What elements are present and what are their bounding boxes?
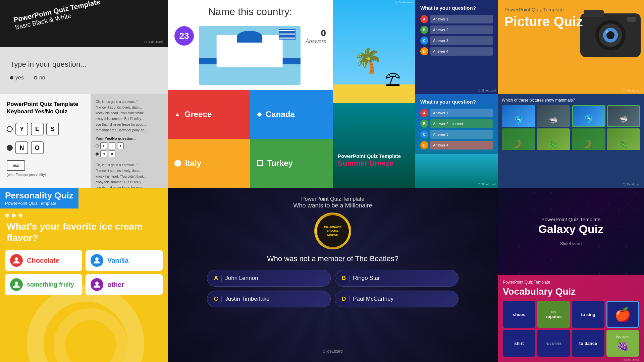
mill-letter-b: B [342,275,346,282]
pq-mammals-question: Which of these pictures show mammals? [502,98,640,103]
wq2-ans-c[interactable]: Answer 3 [430,130,493,139]
person-icon-1 [13,257,20,264]
wq1-ans-b[interactable]: Answer 2 [430,25,493,34]
vocab-card-shoes[interactable]: shoes [503,301,535,328]
svg-point-9 [95,257,99,261]
svg-point-8 [15,257,18,261]
millionaire-cell: PowerPoint Quiz Template Who wants to be… [168,188,498,362]
answer-turkey[interactable]: Turkey [250,139,333,188]
mill-ans-b[interactable]: B Ringo Star [335,270,459,287]
summer-wq-wrapper: 🌴 ⛱ ⬡ SlideLizard PowerPoint Quiz Templa… [333,0,498,188]
yn-question-label: Your Yes/No question... [96,136,163,140]
keyboard-title: PowerPoint Quiz Template Keyboard Yes/No… [7,101,84,115]
wq1-slidelizard: ⬡ SlideLizard [478,89,496,92]
escape-note: (with Escape possibility) [7,173,84,177]
mill-ans-c[interactable]: C Justin Timberlake [207,291,331,307]
svg-point-6 [606,31,608,33]
personality-question: What's your favorite ice cream flavor? [0,221,168,243]
personality-template: PowerPoint Quiz Template [5,201,73,206]
pq-label: PowerPoint Quiz Template [504,7,637,12]
personality-title: Personality Quiz [5,190,73,201]
mill-question: Who was not a member of The Beatles? [267,254,398,263]
summer-label: PowerPoint Quiz Template [338,153,401,159]
vocab-title: Vocabulary Quiz [503,286,639,297]
esc-key[interactable]: esc [7,160,25,171]
svg-point-10 [15,282,18,285]
vocab-slidelizard: ⬡ SlideLizard [503,358,639,362]
person-icon-3 [13,281,20,288]
bw-no[interactable]: no [39,75,45,80]
opt-chocolate-text: Chocolate [27,257,59,264]
key-s[interactable]: S [46,123,59,135]
wq2-ans-b[interactable]: Answer 2 - correct [430,119,493,128]
picture-quiz-thumbs-cell: Which of these pictures show mammals? 🐬 … [498,94,644,188]
opt-chocolate[interactable]: Chocolate [5,250,82,271]
galaxy-title: Galaxy Quiz [538,222,604,236]
opt-vanilla-text: Vanilla [107,257,128,264]
vocab-card-apple[interactable]: 🍎 [606,301,639,328]
answer-greece[interactable]: ▲ Greece [168,90,250,139]
key-e[interactable]: E [31,123,44,135]
opt-other[interactable]: other [86,274,163,295]
wq2-ans-d[interactable]: Answer 4 [430,141,493,149]
picture-quiz-title-cell: PowerPoint Quiz Template Picture Quiz ⬡ … [498,0,644,94]
answer-canada[interactable]: ◆ Canada [250,90,333,139]
wq1-ans-c[interactable]: Answer 3 [430,36,493,45]
pq-slidelizard: ⬡ SlideLizard [623,89,641,92]
mill-logo: MILLIONAIRE SPECIAL EDITION [324,225,341,237]
pq-title: Picture Quiz [504,14,637,29]
keyboard-quiz-cell: PowerPoint Quiz Template Keyboard Yes/No… [0,94,168,188]
galaxy-slidelizard: SlideLizard [560,241,582,246]
person-icon-2 [93,257,101,264]
mill-letter-c: C [214,296,218,302]
wq2-ans-a[interactable]: Answer 1 [430,109,493,117]
mill-ans-a[interactable]: A John Lennon [207,270,331,287]
bw-yes[interactable]: yes [15,75,24,80]
answers-count: 0 [306,28,326,39]
vocab-card-shirt[interactable]: shirt [503,330,535,357]
answer-italy[interactable]: Italy [168,139,250,188]
wq-panel2: What is your question? A Answer 1 B Answ… [415,94,498,188]
slidelizard-badge1: ⬡ SlideLizard [144,40,163,44]
opt-vanilla[interactable]: Vanilla [86,250,163,271]
galaxy-quiz-cell: PowerPoint Quiz Template Galaxy Quiz Sli… [498,188,644,362]
summer-title: Summer Breeze [338,159,401,168]
bw-quiz-cell: PowerPoint Quiz Template Basic Black & W… [0,0,168,94]
wq2-slidelizard: ⬡ SlideLizard [478,183,496,186]
vocab-card-dance[interactable]: to dance [572,330,604,357]
wq1-question: What is your question? [420,5,493,11]
summer-breeze-cell: 🌴 ⛱ ⬡ SlideLizard PowerPoint Quiz Templa… [333,0,415,188]
wq1-ans-a[interactable]: Answer 1 [430,15,493,23]
wq2-question: What is your question? [420,99,493,105]
opt-other-text: other [107,281,124,289]
vocab-card-camisa[interactable]: la camisa [537,330,570,357]
personality-header-bar: Personality Quiz PowerPoint Quiz Templat… [0,188,78,208]
country-quiz-cell: Name this country: 23 [168,0,333,188]
vocab-label: PowerPoint Quiz Template [503,280,639,285]
vocab-card-zapatos[interactable]: los zapatos [537,301,570,328]
key-o[interactable]: O [31,141,44,154]
vocab-card-grapes[interactable]: las uvas 🍇 [606,330,639,357]
svg-point-11 [95,282,99,285]
mill-letter-d: D [342,296,346,302]
bw-question1: Type in your question... [10,60,86,69]
personality-quiz-cell: Personality Quiz PowerPoint Quiz Templat… [0,188,168,362]
mill-ppt-label: PowerPoint Quiz Template [301,196,364,202]
thumbs-slidelizard: ⬡ SlideLizard [623,183,641,186]
vocab-card-sing[interactable]: to sing [572,301,604,328]
mill-subtitle: Who wants to be a Millionaire [293,202,372,209]
mill-slidelizard: SlideLizard [323,349,342,354]
wq1-ans-d[interactable]: Answer 4 [430,47,493,56]
summer-slidelizard: ⬡ SlideLizard [395,1,414,4]
key-n[interactable]: N [15,141,28,154]
opt-fruity[interactable]: something fruity [5,274,82,295]
question-number: 23 [174,26,194,46]
wq-panel1: What is your question? A Answer 1 B Answ… [415,0,498,94]
country-question: Name this country: [174,6,326,17]
mill-letter-a: A [214,275,218,282]
person-icon-4 [93,281,101,288]
mill-ans-d[interactable]: D Paul McCartney [335,291,459,307]
galaxy-ppt-label: PowerPoint Quiz Template [541,217,600,222]
key-y[interactable]: Y [15,123,28,135]
answers-label: Answers [306,39,326,45]
